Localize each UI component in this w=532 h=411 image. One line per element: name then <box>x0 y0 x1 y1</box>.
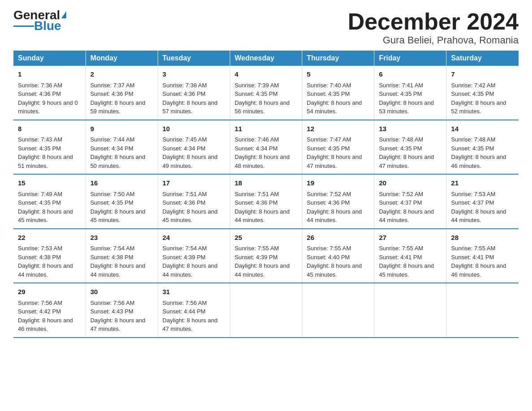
day-number: 7 <box>451 69 514 80</box>
day-cell: 1Sunrise: 7:36 AMSunset: 4:36 PMDaylight… <box>13 66 86 120</box>
day-cell: 9Sunrise: 7:44 AMSunset: 4:34 PMDaylight… <box>86 120 158 175</box>
day-number: 5 <box>307 69 369 80</box>
day-cell: 4Sunrise: 7:39 AMSunset: 4:35 PMDaylight… <box>230 66 302 120</box>
day-number: 14 <box>451 124 514 134</box>
day-number: 30 <box>90 287 153 297</box>
col-thursday: Thursday <box>302 51 374 66</box>
day-info: Sunrise: 7:39 AMSunset: 4:35 PMDaylight:… <box>235 82 290 115</box>
day-cell: 16Sunrise: 7:50 AMSunset: 4:35 PMDayligh… <box>86 174 158 229</box>
day-cell: 19Sunrise: 7:52 AMSunset: 4:36 PMDayligh… <box>302 174 374 229</box>
day-info: Sunrise: 7:54 AMSunset: 4:39 PMDaylight:… <box>163 245 218 278</box>
day-cell: 7Sunrise: 7:42 AMSunset: 4:35 PMDaylight… <box>446 66 519 120</box>
day-number: 23 <box>90 233 153 243</box>
day-cell <box>374 283 446 338</box>
day-number: 16 <box>90 178 153 188</box>
day-cell: 29Sunrise: 7:56 AMSunset: 4:42 PMDayligh… <box>13 283 86 338</box>
day-number: 10 <box>163 124 225 134</box>
day-info: Sunrise: 7:36 AMSunset: 4:36 PMDaylight:… <box>18 82 78 115</box>
day-number: 21 <box>451 178 514 188</box>
day-number: 15 <box>18 178 81 188</box>
day-info: Sunrise: 7:41 AMSunset: 4:35 PMDaylight:… <box>379 82 434 115</box>
col-saturday: Saturday <box>446 51 519 66</box>
day-number: 20 <box>379 178 442 188</box>
day-cell: 3Sunrise: 7:38 AMSunset: 4:36 PMDaylight… <box>158 66 230 120</box>
week-row-2: 8Sunrise: 7:43 AMSunset: 4:35 PMDaylight… <box>13 120 519 175</box>
day-number: 2 <box>90 69 153 80</box>
day-info: Sunrise: 7:54 AMSunset: 4:38 PMDaylight:… <box>90 245 146 278</box>
day-cell: 23Sunrise: 7:54 AMSunset: 4:38 PMDayligh… <box>86 229 158 283</box>
day-cell: 5Sunrise: 7:40 AMSunset: 4:35 PMDaylight… <box>302 66 374 120</box>
day-cell: 25Sunrise: 7:55 AMSunset: 4:39 PMDayligh… <box>230 229 302 283</box>
logo-text-blue: Blue <box>34 20 61 32</box>
header-row: Sunday Monday Tuesday Wednesday Thursday… <box>13 51 519 66</box>
day-info: Sunrise: 7:55 AMSunset: 4:41 PMDaylight:… <box>451 245 506 278</box>
day-info: Sunrise: 7:56 AMSunset: 4:44 PMDaylight:… <box>163 300 218 333</box>
day-info: Sunrise: 7:47 AMSunset: 4:35 PMDaylight:… <box>307 136 362 169</box>
page-header: General Blue December 2024 Gura Beliei, … <box>13 9 519 46</box>
calendar-table: Sunday Monday Tuesday Wednesday Thursday… <box>13 51 519 338</box>
week-row-1: 1Sunrise: 7:36 AMSunset: 4:36 PMDaylight… <box>13 66 519 120</box>
day-info: Sunrise: 7:48 AMSunset: 4:35 PMDaylight:… <box>379 136 434 169</box>
col-friday: Friday <box>374 51 446 66</box>
day-cell: 14Sunrise: 7:48 AMSunset: 4:35 PMDayligh… <box>446 120 519 175</box>
day-info: Sunrise: 7:42 AMSunset: 4:35 PMDaylight:… <box>451 82 506 115</box>
day-info: Sunrise: 7:56 AMSunset: 4:42 PMDaylight:… <box>18 300 73 333</box>
day-number: 19 <box>307 178 369 188</box>
day-number: 27 <box>379 233 442 243</box>
col-wednesday: Wednesday <box>230 51 302 66</box>
day-number: 29 <box>18 287 81 297</box>
col-monday: Monday <box>86 51 158 66</box>
day-number: 1 <box>18 69 81 80</box>
day-cell: 20Sunrise: 7:52 AMSunset: 4:37 PMDayligh… <box>374 174 446 229</box>
day-number: 22 <box>18 233 81 243</box>
day-info: Sunrise: 7:45 AMSunset: 4:34 PMDaylight:… <box>163 136 218 169</box>
week-row-5: 29Sunrise: 7:56 AMSunset: 4:42 PMDayligh… <box>13 283 519 338</box>
calendar-subtitle: Gura Beliei, Prahova, Romania <box>348 34 519 46</box>
day-cell: 8Sunrise: 7:43 AMSunset: 4:35 PMDaylight… <box>13 120 86 175</box>
day-info: Sunrise: 7:52 AMSunset: 4:36 PMDaylight:… <box>307 191 362 224</box>
day-info: Sunrise: 7:53 AMSunset: 4:37 PMDaylight:… <box>451 191 506 224</box>
day-number: 11 <box>235 124 297 134</box>
col-sunday: Sunday <box>13 51 86 66</box>
day-cell: 22Sunrise: 7:53 AMSunset: 4:38 PMDayligh… <box>13 229 86 283</box>
day-cell: 12Sunrise: 7:47 AMSunset: 4:35 PMDayligh… <box>302 120 374 175</box>
day-info: Sunrise: 7:52 AMSunset: 4:37 PMDaylight:… <box>379 191 434 224</box>
day-info: Sunrise: 7:44 AMSunset: 4:34 PMDaylight:… <box>90 136 146 169</box>
day-info: Sunrise: 7:38 AMSunset: 4:36 PMDaylight:… <box>163 82 218 115</box>
day-info: Sunrise: 7:56 AMSunset: 4:43 PMDaylight:… <box>90 300 146 333</box>
day-number: 18 <box>235 178 297 188</box>
day-cell: 28Sunrise: 7:55 AMSunset: 4:41 PMDayligh… <box>446 229 519 283</box>
day-number: 13 <box>379 124 442 134</box>
day-info: Sunrise: 7:55 AMSunset: 4:39 PMDaylight:… <box>235 245 290 278</box>
day-number: 26 <box>307 233 369 243</box>
day-cell: 13Sunrise: 7:48 AMSunset: 4:35 PMDayligh… <box>374 120 446 175</box>
day-cell: 11Sunrise: 7:46 AMSunset: 4:34 PMDayligh… <box>230 120 302 175</box>
title-block: December 2024 Gura Beliei, Prahova, Roma… <box>348 9 519 46</box>
week-row-3: 15Sunrise: 7:49 AMSunset: 4:35 PMDayligh… <box>13 174 519 229</box>
day-cell: 24Sunrise: 7:54 AMSunset: 4:39 PMDayligh… <box>158 229 230 283</box>
day-info: Sunrise: 7:49 AMSunset: 4:35 PMDaylight:… <box>18 191 73 224</box>
day-cell: 21Sunrise: 7:53 AMSunset: 4:37 PMDayligh… <box>446 174 519 229</box>
day-info: Sunrise: 7:40 AMSunset: 4:35 PMDaylight:… <box>307 82 362 115</box>
day-number: 28 <box>451 233 514 243</box>
day-cell: 31Sunrise: 7:56 AMSunset: 4:44 PMDayligh… <box>158 283 230 338</box>
day-cell: 27Sunrise: 7:55 AMSunset: 4:41 PMDayligh… <box>374 229 446 283</box>
day-cell: 18Sunrise: 7:51 AMSunset: 4:36 PMDayligh… <box>230 174 302 229</box>
col-tuesday: Tuesday <box>158 51 230 66</box>
day-number: 6 <box>379 69 442 80</box>
day-cell: 26Sunrise: 7:55 AMSunset: 4:40 PMDayligh… <box>302 229 374 283</box>
day-number: 8 <box>18 124 81 134</box>
day-info: Sunrise: 7:43 AMSunset: 4:35 PMDaylight:… <box>18 136 73 169</box>
day-cell <box>230 283 302 338</box>
calendar-body: 1Sunrise: 7:36 AMSunset: 4:36 PMDaylight… <box>13 66 519 338</box>
calendar-title: December 2024 <box>348 9 519 34</box>
day-cell: 6Sunrise: 7:41 AMSunset: 4:35 PMDaylight… <box>374 66 446 120</box>
day-info: Sunrise: 7:37 AMSunset: 4:36 PMDaylight:… <box>90 82 146 115</box>
day-cell: 17Sunrise: 7:51 AMSunset: 4:36 PMDayligh… <box>158 174 230 229</box>
day-info: Sunrise: 7:51 AMSunset: 4:36 PMDaylight:… <box>235 191 290 224</box>
day-number: 3 <box>163 69 225 80</box>
day-number: 31 <box>163 287 225 297</box>
day-info: Sunrise: 7:48 AMSunset: 4:35 PMDaylight:… <box>451 136 506 169</box>
day-cell: 15Sunrise: 7:49 AMSunset: 4:35 PMDayligh… <box>13 174 86 229</box>
day-info: Sunrise: 7:55 AMSunset: 4:40 PMDaylight:… <box>307 245 362 278</box>
